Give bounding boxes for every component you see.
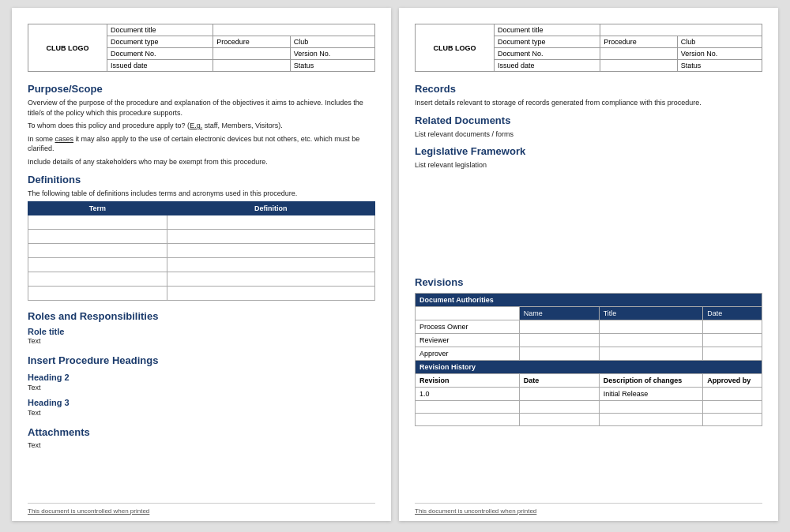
doc-no-label: Document No. bbox=[107, 48, 213, 60]
roles-heading: Roles and Responsibilities bbox=[28, 310, 375, 322]
issued-label-2: Issued date bbox=[495, 60, 600, 72]
heading-2: Heading 2 bbox=[28, 373, 375, 382]
table-row bbox=[28, 244, 375, 258]
table-row bbox=[416, 400, 762, 413]
version-label-2: Version No. bbox=[677, 48, 762, 60]
attachments-heading: Attachments bbox=[28, 426, 375, 438]
table-row bbox=[28, 287, 375, 301]
doc-no-label-2: Document No. bbox=[495, 48, 600, 60]
header-table-2: CLUB LOGO Document title Document type P… bbox=[415, 24, 762, 72]
doc-title-label-2: Document title bbox=[495, 24, 600, 36]
doc-title-label: Document title bbox=[107, 24, 213, 36]
footer-1: This document is uncontrolled when print… bbox=[28, 508, 149, 515]
table-row: 1.0 Initial Release bbox=[416, 387, 762, 400]
club-label-2: Club bbox=[677, 36, 762, 48]
doc-title-value bbox=[213, 24, 375, 36]
footer-line-2 bbox=[415, 503, 762, 504]
purpose-text3: In some cases it may also apply to the u… bbox=[28, 134, 375, 154]
heading-2-text: Text bbox=[28, 384, 375, 392]
table-row bbox=[416, 413, 762, 425]
doc-authorities-header: Document Authorities bbox=[416, 293, 762, 306]
related-text: List relevant documents / forms bbox=[415, 129, 762, 140]
doc-no-value bbox=[213, 48, 291, 60]
legislative-text: List relevant legislation bbox=[415, 160, 762, 170]
page-1: CLUB LOGO Document title Document type P… bbox=[12, 8, 391, 521]
records-heading: Records bbox=[415, 83, 762, 95]
related-heading: Related Documents bbox=[415, 114, 762, 126]
purpose-text4: Include details of any stakeholders who … bbox=[28, 157, 375, 167]
issued-value bbox=[213, 60, 291, 72]
purpose-text2: To whom does this policy and procedure a… bbox=[28, 121, 375, 131]
title-col-header: Title bbox=[599, 306, 703, 320]
issued-label: Issued date bbox=[107, 60, 213, 72]
table-row bbox=[28, 230, 375, 244]
heading-3: Heading 3 bbox=[28, 398, 375, 407]
date-col-header: Date bbox=[703, 306, 762, 320]
definitions-table: Term Definition bbox=[28, 201, 375, 301]
status-label-2: Status bbox=[677, 60, 762, 72]
table-row: Reviewer bbox=[416, 333, 762, 347]
definitions-heading: Definitions bbox=[28, 174, 375, 185]
name-col-header: Name bbox=[519, 306, 599, 320]
doc-type-label: Document type bbox=[107, 36, 213, 48]
logo-2: CLUB LOGO bbox=[416, 24, 495, 72]
definitions-text: The following table of definitions inclu… bbox=[28, 189, 375, 199]
issued-value-2 bbox=[600, 60, 678, 72]
version-label: Version No. bbox=[290, 48, 374, 60]
purpose-heading: Purpose/Scope bbox=[28, 83, 375, 95]
footer-line-1 bbox=[28, 503, 375, 504]
doc-type-value: Procedure bbox=[213, 36, 291, 48]
def-col-def: Definition bbox=[167, 202, 374, 215]
footer-2: This document is uncontrolled when print… bbox=[415, 508, 536, 515]
doc-title-value-2 bbox=[600, 24, 762, 36]
table-row bbox=[28, 258, 375, 272]
table-row bbox=[28, 272, 375, 287]
doc-no-value-2 bbox=[600, 48, 678, 60]
procedure-heading: Insert Procedure Headings bbox=[28, 354, 375, 366]
purpose-text1: Overview of the purpose of the procedure… bbox=[28, 98, 375, 118]
table-row: Revision Date Description of changes App… bbox=[416, 373, 762, 387]
attachments-text: Text bbox=[28, 441, 375, 449]
legislative-heading: Legislative Framework bbox=[415, 145, 762, 157]
empty-header-cell bbox=[416, 306, 520, 320]
doc-type-label-2: Document type bbox=[495, 36, 600, 48]
role-title: Role title bbox=[28, 327, 375, 336]
header-table-1: CLUB LOGO Document title Document type P… bbox=[28, 24, 375, 72]
records-text: Insert details relevant to storage of re… bbox=[415, 98, 762, 108]
heading-3-text: Text bbox=[28, 409, 375, 417]
logo-1: CLUB LOGO bbox=[28, 24, 107, 72]
revisions-table: Document Authorities Name Title Date Pro… bbox=[415, 293, 762, 426]
spacer bbox=[415, 174, 762, 268]
revision-history-header-row: Revision History bbox=[416, 360, 762, 373]
doc-type-value-2: Procedure bbox=[600, 36, 678, 48]
role-text: Text bbox=[28, 337, 375, 345]
club-label: Club bbox=[290, 36, 374, 48]
def-col-term: Term bbox=[28, 202, 167, 215]
status-label: Status bbox=[290, 60, 374, 72]
table-row bbox=[28, 215, 375, 230]
table-row: Approver bbox=[416, 347, 762, 360]
table-row: Process Owner bbox=[416, 320, 762, 333]
revisions-heading: Revisions bbox=[415, 276, 762, 288]
page-2: CLUB LOGO Document title Document type P… bbox=[399, 8, 778, 521]
